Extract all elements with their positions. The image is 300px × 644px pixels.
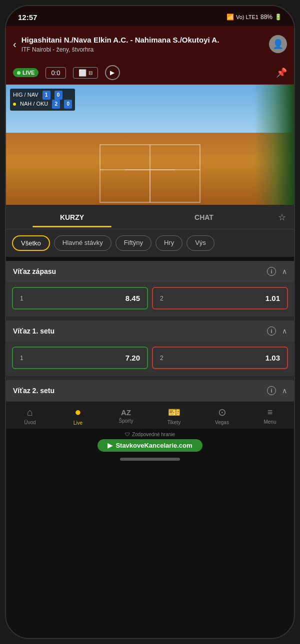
bet-options-1: 1 8.45 2 1.01: [6, 282, 294, 316]
bet-section-2: Víťaz 1. setu i ∧ 1 7.20 2 1.03: [6, 320, 294, 376]
status-time: 12:57: [18, 13, 37, 22]
brand-name: StavkoveKancelarie.com: [116, 442, 192, 449]
filter-vsetko[interactable]: Všetko: [12, 235, 50, 251]
brand-play-icon: ▶: [108, 442, 112, 449]
nav-vegas[interactable]: ⊙ Vegas: [198, 406, 246, 425]
match-subtitle: ITF Nairobi - ženy, štvorhra: [22, 46, 264, 53]
bet-section-3-title: Víťaz 2. setu: [13, 387, 54, 395]
filter-vysledky[interactable]: Výs: [186, 235, 214, 251]
bet-section-2-title: Víťaz 1. setu: [13, 327, 54, 335]
shield-icon: 🛡: [125, 432, 130, 437]
bet-section-1-title: Víťaz zápasu: [13, 267, 56, 275]
bet-section-1-header: Víťaz zápasu i ∧: [6, 261, 294, 282]
team1-name: HIG / NAV: [13, 91, 38, 100]
team2-name: NAH / OKU: [20, 100, 48, 109]
bet-odds-1-2: 1.01: [266, 294, 280, 302]
bet-label-1-2: 2: [160, 295, 164, 302]
menu-icon: ≡: [268, 407, 273, 418]
battery-text: 88%: [260, 14, 272, 21]
score-value: 0:0: [51, 69, 60, 77]
nav-tikety[interactable]: 🎫 Tikety: [150, 406, 198, 425]
bet-odds-2-1: 7.20: [126, 354, 140, 362]
signal-text: Vo) LTE1: [236, 14, 258, 20]
score-overlay: HIG / NAV 1 0 NAH / OKU 2 0: [10, 89, 75, 111]
live-nav-icon: ●: [74, 406, 81, 419]
team2-dot: [13, 103, 16, 106]
bet-btn-2-2[interactable]: 2 1.03: [152, 347, 288, 369]
live-dot: [17, 71, 20, 75]
tab-chat[interactable]: CHAT: [138, 206, 270, 227]
info-icon-2[interactable]: i: [267, 327, 276, 336]
bottom-notch: [120, 458, 180, 461]
filter-fiftyny[interactable]: Fiftýny: [116, 235, 152, 251]
trees-right: [254, 85, 294, 205]
video-area: HIG / NAV 1 0 NAH / OKU 2 0: [6, 85, 294, 205]
bet-btn-1-1[interactable]: 1 8.45: [12, 287, 148, 309]
score-box[interactable]: 0:0: [46, 67, 66, 79]
info-icon-3[interactable]: i: [267, 386, 276, 395]
battery-icon: 🔋: [274, 14, 282, 21]
bet-section-2-icons: i ∧: [267, 327, 287, 336]
tab-star[interactable]: ☆: [270, 205, 294, 229]
avatar: 👤: [269, 35, 287, 53]
bet-odds-2-2: 1.03: [266, 354, 280, 362]
content-area: Víťaz zápasu i ∧ 1 8.45 2 1.01 Víť: [6, 261, 294, 401]
chevron-up-2[interactable]: ∧: [282, 327, 287, 335]
nav-menu[interactable]: ≡ Menu: [246, 407, 294, 425]
team2-score-row: NAH / OKU 2 0: [13, 100, 72, 109]
bet-section-2-header: Víťaz 1. setu i ∧: [6, 320, 294, 342]
bet-btn-2-1[interactable]: 1 7.20: [12, 347, 148, 369]
field-icon: ⬜: [78, 69, 86, 77]
nav-uvod-label: Úvod: [24, 420, 36, 425]
bottom-nav: ⌂ Úvod ● Live AZ Športy 🎫 Tikety ⊙ Vegas…: [6, 401, 294, 429]
back-button[interactable]: ‹: [13, 39, 16, 50]
bet-section-1: Víťaz zápasu i ∧ 1 8.45 2 1.01: [6, 261, 294, 316]
live-badge: LIVE: [13, 68, 38, 77]
nav-uvod[interactable]: ⌂ Úvod: [6, 407, 54, 425]
header: ‹ Higashitani N./Nava Elkin A.C. - Nahim…: [6, 26, 294, 62]
play-button[interactable]: ▶: [105, 65, 120, 80]
responsible-text: Zodpovedné hranie: [132, 432, 175, 437]
phone-shell: 12:57 📶 Vo) LTE1 88% 🔋 ‹ Higashitani N./…: [5, 5, 295, 639]
team1-score1: 1: [42, 91, 50, 100]
status-icons: 📶 Vo) LTE1 88% 🔋: [226, 14, 282, 21]
match-name: Higashitani N./Nava Elkin A.C. - Nahiman…: [22, 35, 264, 45]
field-lines: ⊟: [88, 70, 92, 76]
live-text: LIVE: [22, 70, 34, 76]
filter-hry[interactable]: Hry: [156, 235, 182, 251]
nav-live[interactable]: ● Live: [54, 406, 102, 426]
pin-button[interactable]: 📌: [276, 67, 287, 78]
bet-label-2-2: 2: [160, 355, 164, 362]
bet-section-3-header: Víťaz 2. setu i ∧: [6, 380, 294, 401]
avatar-icon: 👤: [272, 39, 284, 50]
home-icon: ⌂: [27, 407, 33, 418]
nav-live-label: Live: [74, 420, 82, 426]
court-lines-svg: [85, 140, 215, 205]
bet-options-2: 1 7.20 2 1.03: [6, 342, 294, 376]
bet-label-1-1: 1: [20, 295, 24, 302]
sporty-icon: AZ: [121, 408, 131, 417]
chevron-up-3[interactable]: ∧: [282, 387, 287, 395]
nav-sporty[interactable]: AZ Športy: [102, 408, 150, 424]
bet-odds-1-1: 8.45: [126, 294, 140, 302]
chevron-up-1[interactable]: ∧: [282, 267, 287, 275]
bet-section-3: Víťaz 2. setu i ∧: [6, 380, 294, 401]
filter-hlavne[interactable]: Hlavné stávky: [54, 235, 112, 251]
bet-section-1-icons: i ∧: [267, 267, 287, 276]
team2-score2: 0: [64, 100, 72, 109]
status-bar: 12:57 📶 Vo) LTE1 88% 🔋: [6, 6, 294, 26]
controls-bar: LIVE 0:0 ⬜ ⊟ ▶ 📌: [6, 62, 294, 85]
play-icon: ▶: [110, 69, 114, 76]
info-icon-1[interactable]: i: [267, 267, 276, 276]
nav-tikety-label: Tikety: [168, 420, 180, 425]
footer: 🛡 Zodpovedné hranie ▶ StavkoveKancelarie…: [6, 429, 294, 455]
nav-vegas-label: Vegas: [215, 420, 229, 425]
team2-score1: 2: [52, 100, 60, 109]
tab-kurzy[interactable]: KURZY: [6, 206, 138, 227]
bet-label-2-1: 1: [20, 355, 24, 362]
brand-badge[interactable]: ▶ StavkoveKancelarie.com: [98, 439, 202, 452]
bet-btn-1-2[interactable]: 2 1.01: [152, 287, 288, 309]
nav-menu-label: Menu: [264, 419, 276, 425]
tikety-icon: 🎫: [168, 406, 180, 418]
field-icon-box[interactable]: ⬜ ⊟: [73, 67, 98, 79]
